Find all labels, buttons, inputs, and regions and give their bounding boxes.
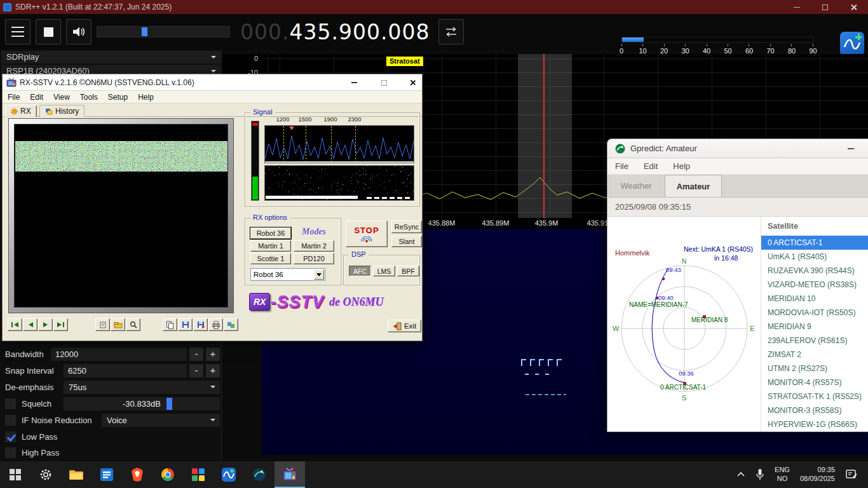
menu-help[interactable]: Help [665,161,698,171]
menu-file[interactable]: File [3,93,25,102]
tab-weather[interactable]: Weather [607,175,665,197]
menu-tools[interactable]: Tools [75,93,103,102]
deemphasis-select[interactable]: 75us [64,381,220,394]
next-image-button[interactable] [38,318,53,331]
chrome-browser-button[interactable] [153,461,183,488]
bpf-button[interactable]: BPF [397,266,419,276]
tuning-mode-button[interactable] [438,19,464,44]
tab-history[interactable]: History [39,105,85,117]
menu-file[interactable]: File [607,161,636,171]
app-grid-button[interactable] [183,461,214,488]
mode-robot36-button[interactable]: Robot 36 [250,227,291,239]
stop-button[interactable]: STOP [346,220,388,247]
settings-button[interactable] [31,461,61,488]
volume-handle[interactable] [142,27,147,36]
bandwidth-input[interactable]: 12000 [51,348,187,361]
volume-slider[interactable] [97,26,230,37]
satellite-row[interactable]: MONITOR-4 (RS57S) [761,376,868,390]
menu-help[interactable]: Help [133,93,159,102]
sdrpp-close-button[interactable] [839,0,868,14]
menu-button[interactable] [5,19,31,44]
brave-browser-button[interactable] [122,461,153,488]
convert-image-button[interactable] [224,318,238,331]
menu-view[interactable]: View [48,93,75,102]
save-image-button[interactable] [178,318,193,331]
vfo-selection-band[interactable] [518,54,572,218]
menu-edit[interactable]: Edit [636,161,665,171]
satellite-row[interactable]: 0 ARCTICSAT-1 [761,236,868,250]
satellite-row[interactable]: 239ALFEROV (RS61S) [761,334,868,348]
satellite-row[interactable]: MORDOVIA-IOT (RS50S) [761,306,868,320]
rxsstv-maximize-button[interactable] [377,77,390,88]
tab-amateur[interactable]: Amateur [665,175,722,197]
rxsstv-taskbar-button[interactable] [275,461,305,488]
mode-martin1-button[interactable]: Martin 1 [250,240,291,252]
bandwidth-increase-button[interactable]: + [206,348,220,361]
lms-button[interactable]: LMS [373,266,395,276]
file-explorer-button[interactable] [61,461,92,488]
satellite-row[interactable]: HYPERVIEW-1G (RS66S) [761,417,868,431]
source-driver-select[interactable]: SDRplay [1,51,220,64]
tab-rx[interactable]: RX [5,105,37,117]
if-noise-reduction-checkbox[interactable] [5,415,16,426]
high-pass-checkbox[interactable] [5,447,16,458]
sdrpp-minimize-button[interactable] [782,0,811,14]
polar-plot[interactable]: N W E S Hommelvik Next: UmKA 1 (RS40S) i… [607,217,761,433]
satellite-row[interactable]: MERIDIAN 9 [761,320,868,334]
satellite-row[interactable]: STRATOSAT-TK 1 (RS52S) [761,390,868,403]
exit-button[interactable]: Exit [388,320,421,332]
snap-decrease-button[interactable]: - [189,364,203,377]
satellite-row[interactable]: ZIMSAT 2 [761,348,868,362]
squelch-slider-handle[interactable] [166,398,172,410]
snap-interval-input[interactable]: 6250 [64,364,187,377]
clock[interactable]: 09:35 08/09/2025 [795,461,840,488]
first-image-button[interactable] [8,318,22,331]
squelch-slider[interactable]: -30.833dB [64,397,220,410]
satellite-row[interactable]: MONITOR-3 (RS58S) [761,403,868,417]
menu-setup[interactable]: Setup [103,93,133,102]
rxsstv-titlebar[interactable]: RX-SSTV v.2.1.6 ©ON6MU (SSTVENG.DLL v.1.… [3,74,422,91]
satellite-row[interactable]: RUZAEVKA 390 (RS44S) [761,264,868,278]
save-as-button[interactable] [193,318,208,331]
microphone-tray-button[interactable] [750,461,770,488]
squelch-checkbox[interactable] [5,398,16,409]
tray-expand-button[interactable] [731,461,750,488]
snap-increase-button[interactable]: + [206,364,220,377]
previous-image-button[interactable] [23,318,37,331]
start-button[interactable] [0,461,31,488]
mute-button[interactable] [66,19,92,44]
copy-image-button[interactable] [163,318,177,331]
satellite-row[interactable]: VIZARD-METEO (RS38S) [761,278,868,292]
mode-martin2-button[interactable]: Martin 2 [294,240,334,252]
notification-center-button[interactable] [840,461,863,488]
stop-radio-button[interactable] [36,19,61,44]
rxsstv-minimize-button[interactable] [348,77,360,88]
delete-image-button[interactable] [95,318,110,331]
resync-button[interactable]: ReSync [391,220,422,233]
frequency-display[interactable]: 000.435.900.008 [240,20,430,44]
mode-select[interactable]: Robot 36 [250,268,325,281]
gpredict-titlebar[interactable]: Gpredict: Amateur [607,139,868,158]
low-pass-checkbox[interactable] [5,431,16,442]
frequency-bookmark[interactable]: Stratosat [386,57,423,66]
slant-button[interactable]: Slant [391,236,422,247]
last-image-button[interactable] [53,318,68,331]
zoom-image-button[interactable] [126,318,140,331]
satellite-row[interactable]: UmKA 1 (RS40S) [761,250,868,264]
mail-app-button[interactable] [92,461,122,488]
language-indicator[interactable]: ENG NO [770,461,795,488]
mode-pd120-button[interactable]: PD120 [294,253,334,264]
open-folder-button[interactable] [111,318,125,331]
gpredict-taskbar-button[interactable] [244,461,275,488]
if-noise-reduction-select[interactable]: Voice [102,414,220,427]
print-image-button[interactable] [208,318,223,331]
sdrpp-maximize-button[interactable] [811,0,839,14]
satellite-row[interactable]: UTMN 2 (RS27S) [761,362,868,376]
rxsstv-close-button[interactable] [406,77,419,88]
gpredict-minimize-button[interactable] [841,141,860,156]
satellite-row[interactable]: MERIDIAN 10 [761,292,868,306]
sdrpp-taskbar-button[interactable] [214,461,244,488]
afc-button[interactable]: AFC [349,266,371,276]
mode-scottie1-button[interactable]: Scottie 1 [250,253,291,264]
menu-edit[interactable]: Edit [25,93,48,102]
